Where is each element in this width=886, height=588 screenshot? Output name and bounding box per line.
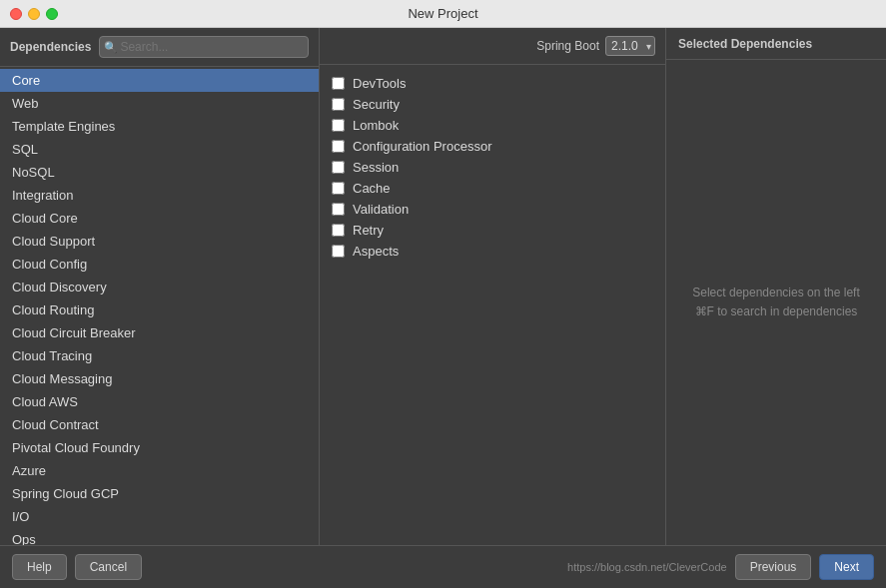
bottom-right-area: https://blog.csdn.net/CleverCode Previou… — [567, 554, 874, 580]
checkbox-item-security[interactable]: Security — [332, 94, 653, 115]
bottom-url: https://blog.csdn.net/CleverCode — [567, 561, 727, 573]
checkbox-label-cache: Cache — [353, 181, 391, 196]
dependencies-hint: Select dependencies on the left ⌘F to se… — [692, 284, 859, 321]
cancel-button[interactable]: Cancel — [75, 554, 142, 580]
checkbox-item-devtools[interactable]: DevTools — [332, 73, 653, 94]
sidebar-item-cloud-discovery[interactable]: Cloud Discovery — [0, 276, 319, 298]
sidebar-item-cloud-contract[interactable]: Cloud Contract — [0, 413, 319, 436]
sidebar-item-web[interactable]: Web — [0, 92, 319, 115]
category-list: CoreWebTemplate EnginesSQLNoSQLIntegrati… — [0, 67, 319, 545]
checkbox-devtools[interactable] — [332, 77, 345, 90]
sidebar-item-ops[interactable]: Ops — [0, 528, 319, 545]
checkbox-validation[interactable] — [332, 203, 345, 216]
right-panel: Selected Dependencies Select dependencie… — [666, 28, 886, 545]
dependencies-label: Dependencies — [10, 40, 91, 54]
title-bar: New Project — [0, 0, 886, 28]
checkbox-session[interactable] — [332, 161, 345, 174]
sidebar-item-sql[interactable]: SQL — [0, 138, 319, 161]
checkbox-item-validation[interactable]: Validation — [332, 199, 653, 220]
checkbox-security[interactable] — [332, 98, 345, 111]
middle-panel: Spring Boot 2.1.0 2.0.0 1.5.0 DevToolsSe… — [320, 28, 666, 545]
sidebar-item-cloud-messaging[interactable]: Cloud Messaging — [0, 367, 319, 390]
sidebar-item-cloud-circuit-breaker[interactable]: Cloud Circuit Breaker — [0, 321, 319, 344]
search-wrapper: 🔍 — [99, 36, 309, 58]
sidebar-item-spring-cloud-gcp[interactable]: Spring Cloud GCP — [0, 482, 319, 505]
maximize-button[interactable] — [46, 8, 58, 20]
checkbox-label-configuration-processor: Configuration Processor — [353, 139, 491, 154]
left-header: Dependencies 🔍 — [0, 28, 319, 67]
right-content: Select dependencies on the left ⌘F to se… — [666, 60, 886, 545]
selected-dependencies-title: Selected Dependencies — [678, 37, 812, 51]
checkbox-item-session[interactable]: Session — [332, 157, 653, 178]
middle-header: Spring Boot 2.1.0 2.0.0 1.5.0 — [320, 28, 665, 65]
sidebar-item-azure[interactable]: Azure — [0, 459, 319, 482]
bottom-bar: Help Cancel https://blog.csdn.net/Clever… — [0, 545, 886, 588]
sidebar-item-cloud-config[interactable]: Cloud Config — [0, 253, 319, 276]
window-title: New Project — [408, 6, 477, 21]
checkbox-label-validation: Validation — [353, 202, 409, 217]
checkbox-label-lombok: Lombok — [353, 118, 399, 133]
spring-boot-select-wrapper: 2.1.0 2.0.0 1.5.0 — [605, 36, 655, 56]
sidebar-item-cloud-support[interactable]: Cloud Support — [0, 230, 319, 253]
checkbox-item-aspects[interactable]: Aspects — [332, 241, 653, 262]
right-header: Selected Dependencies — [666, 28, 886, 60]
sidebar-item-pivotal-cloud-foundry[interactable]: Pivotal Cloud Foundry — [0, 436, 319, 459]
checkbox-cache[interactable] — [332, 182, 345, 195]
left-panel: Dependencies 🔍 CoreWebTemplate EnginesSQ… — [0, 28, 320, 545]
search-icon: 🔍 — [104, 41, 118, 54]
checkbox-configuration-processor[interactable] — [332, 140, 345, 153]
checkbox-aspects[interactable] — [332, 245, 345, 258]
checkbox-lombok[interactable] — [332, 119, 345, 132]
checkbox-item-configuration-processor[interactable]: Configuration Processor — [332, 136, 653, 157]
checkbox-retry[interactable] — [332, 224, 345, 237]
minimize-button[interactable] — [28, 8, 40, 20]
checkbox-label-retry: Retry — [353, 223, 384, 238]
sidebar-item-core[interactable]: Core — [0, 69, 319, 92]
sidebar-item-integration[interactable]: Integration — [0, 184, 319, 207]
sidebar-item-cloud-tracing[interactable]: Cloud Tracing — [0, 344, 319, 367]
sidebar-item-cloud-core[interactable]: Cloud Core — [0, 207, 319, 230]
checkbox-item-cache[interactable]: Cache — [332, 178, 653, 199]
bottom-left-buttons: Help Cancel — [12, 554, 142, 580]
checkbox-label-session: Session — [353, 160, 399, 175]
checkbox-item-lombok[interactable]: Lombok — [332, 115, 653, 136]
checkbox-label-security: Security — [353, 97, 400, 112]
sidebar-item-template-engines[interactable]: Template Engines — [0, 115, 319, 138]
sidebar-item-io[interactable]: I/O — [0, 505, 319, 528]
sidebar-item-nosql[interactable]: NoSQL — [0, 161, 319, 184]
dependencies-checkboxes: DevToolsSecurityLombokConfiguration Proc… — [320, 65, 665, 545]
close-button[interactable] — [10, 8, 22, 20]
spring-boot-label: Spring Boot — [536, 39, 599, 53]
sidebar-item-cloud-routing[interactable]: Cloud Routing — [0, 298, 319, 321]
previous-button[interactable]: Previous — [735, 554, 812, 580]
main-content: Dependencies 🔍 CoreWebTemplate EnginesSQ… — [0, 28, 886, 545]
traffic-lights — [10, 8, 58, 20]
checkbox-item-retry[interactable]: Retry — [332, 220, 653, 241]
help-button[interactable]: Help — [12, 554, 67, 580]
spring-boot-select[interactable]: 2.1.0 2.0.0 1.5.0 — [605, 36, 655, 56]
sidebar-item-cloud-aws[interactable]: Cloud AWS — [0, 390, 319, 413]
checkbox-label-devtools: DevTools — [353, 76, 406, 91]
checkbox-label-aspects: Aspects — [353, 244, 399, 259]
next-button[interactable]: Next — [819, 554, 874, 580]
search-input[interactable] — [99, 36, 309, 58]
